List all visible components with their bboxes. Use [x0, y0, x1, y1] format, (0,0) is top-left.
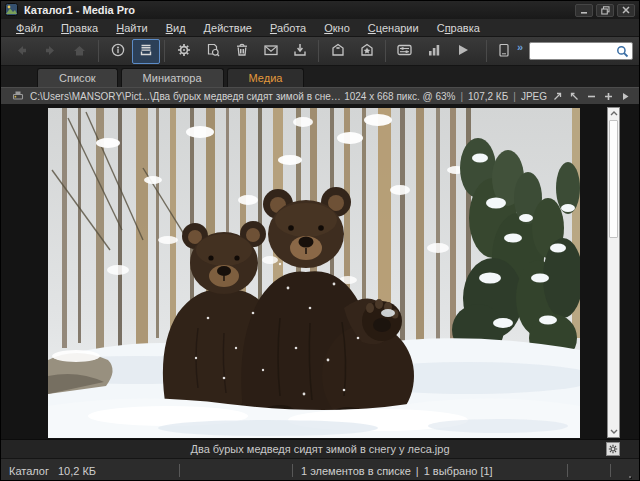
favorites-box-button[interactable] — [352, 39, 381, 64]
media-viewer — [1, 105, 639, 439]
app-window: Каталог1 - Media Pro Файл Правка Найти В… — [0, 0, 640, 481]
status-bar: Каталог 10,2 КБ 1 элементов в списке | 1… — [1, 458, 639, 481]
home-button[interactable] — [65, 39, 94, 64]
search-box — [529, 42, 633, 60]
bar-chart-icon — [426, 42, 442, 60]
scrollbar-thumb[interactable] — [609, 120, 618, 238]
toolbar-separator — [318, 40, 319, 62]
adjustments-button[interactable] — [390, 39, 419, 64]
preview-search-button[interactable] — [198, 39, 227, 64]
trash-icon — [234, 42, 250, 60]
restore-button[interactable] — [596, 4, 614, 17]
catalog-label: Каталог — [9, 465, 49, 477]
pathbar-separator: | — [460, 91, 463, 102]
favorites-star-icon — [359, 42, 375, 60]
adjustments-icon — [396, 42, 413, 60]
delete-button[interactable] — [227, 39, 256, 64]
viewer-options-button[interactable] — [606, 442, 620, 456]
forward-icon — [43, 43, 58, 60]
image-dimensions: 1024 x 668 пикс. @ 63% — [344, 91, 455, 102]
zoom-in-button[interactable] — [601, 89, 615, 103]
photo-two-bears — [48, 108, 580, 438]
statusbar-separator — [567, 464, 568, 477]
toolbar-separator — [486, 40, 487, 62]
zoom-out-button[interactable] — [584, 89, 598, 103]
menu-bar: Файл Правка Найти Вид Действие Работа Ок… — [1, 19, 639, 37]
menu-edit[interactable]: Правка — [52, 20, 107, 36]
selected-count: 1 выбрано [1] — [424, 465, 493, 477]
statusbar-separator — [179, 464, 180, 477]
file-icon — [11, 89, 25, 103]
fit-window-button[interactable] — [550, 89, 564, 103]
menu-action[interactable]: Действие — [195, 20, 261, 36]
statusbar-separator — [610, 464, 611, 477]
slideshow-button[interactable] — [448, 39, 477, 64]
document-magnifier-icon — [205, 42, 221, 60]
actual-size-button[interactable] — [567, 89, 581, 103]
tab-list[interactable]: Список — [37, 68, 118, 87]
menu-help[interactable]: Справка — [428, 20, 489, 36]
resize-grip[interactable] — [621, 472, 631, 481]
app-icon — [5, 3, 18, 18]
statusbar-separator — [292, 464, 293, 477]
scroll-up-icon[interactable] — [609, 109, 618, 118]
file-size: 107,2 КБ — [468, 91, 508, 102]
pathbar-separator: | — [513, 91, 516, 102]
scroll-down-icon[interactable] — [609, 427, 618, 436]
gear-icon — [176, 42, 192, 60]
media-view-icon — [138, 42, 154, 60]
home-icon — [72, 43, 87, 60]
file-format: JPEG — [521, 91, 547, 102]
menu-file[interactable]: Файл — [7, 20, 52, 36]
toolbar-separator — [385, 40, 386, 62]
catalog-size: 10,2 КБ — [58, 465, 96, 477]
toolbar: » — [1, 37, 639, 66]
search-input[interactable] — [530, 44, 616, 58]
menu-work[interactable]: Работа — [261, 20, 315, 36]
mail-button[interactable] — [256, 39, 285, 64]
device-button[interactable] — [495, 39, 513, 64]
photo-caption: Два бурых медведя сидят зимой в снегу у … — [190, 443, 449, 455]
import-icon — [292, 42, 308, 60]
archive-box-button[interactable] — [323, 39, 352, 64]
menu-window[interactable]: Окно — [315, 20, 359, 36]
title-bar: Каталог1 - Media Pro — [1, 1, 639, 19]
back-icon — [14, 43, 29, 60]
statistics-button[interactable] — [419, 39, 448, 64]
view-tabs: Список Миниатюра Медиа — [1, 66, 639, 87]
device-icon — [498, 43, 510, 60]
window-title: Каталог1 - Media Pro — [24, 4, 135, 16]
vertical-scrollbar[interactable] — [607, 107, 620, 438]
next-image-button[interactable] — [618, 89, 632, 103]
toolbar-separator — [98, 40, 99, 62]
statusbar-pipe: | — [416, 465, 419, 477]
menu-scripts[interactable]: Сценарии — [359, 20, 428, 36]
info-button[interactable] — [103, 39, 132, 64]
file-path: C:\Users\MANSORY\Pict...\Два бурых медве… — [30, 91, 344, 102]
settings-button[interactable] — [169, 39, 198, 64]
tab-thumbnail[interactable]: Миниатюра — [121, 68, 224, 87]
media-view-button[interactable] — [132, 39, 160, 64]
menu-view[interactable]: Вид — [157, 20, 195, 36]
items-count: 1 элементов в списке — [301, 465, 411, 477]
info-icon — [110, 42, 126, 60]
path-bar: C:\Users\MANSORY\Pict...\Два бурых медве… — [1, 87, 639, 105]
close-button[interactable] — [617, 4, 635, 17]
back-button[interactable] — [7, 39, 36, 64]
minimize-button[interactable] — [575, 4, 593, 17]
tab-media[interactable]: Медиа — [227, 68, 305, 87]
play-icon — [455, 42, 471, 60]
import-button[interactable] — [285, 39, 314, 64]
forward-button[interactable] — [36, 39, 65, 64]
envelope-icon — [263, 42, 279, 60]
chevron-double-icon[interactable]: » — [517, 41, 523, 53]
caption-bar: Два бурых медведя сидят зимой в снегу у … — [1, 439, 639, 458]
menu-find[interactable]: Найти — [107, 20, 156, 36]
toolbar-separator — [164, 40, 165, 62]
search-icon — [616, 45, 629, 58]
archive-box-icon — [330, 42, 346, 60]
